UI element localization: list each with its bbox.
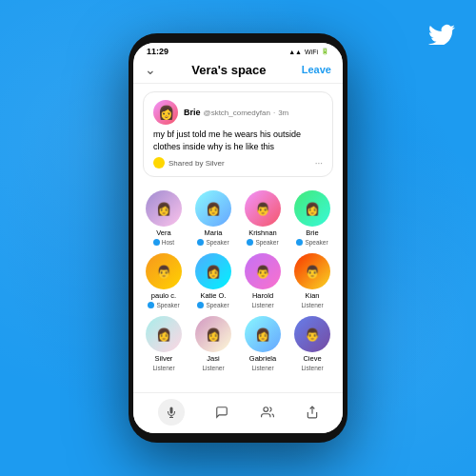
- speaker-badge: [148, 302, 154, 308]
- mute-button[interactable]: [158, 399, 185, 426]
- krishnan-name: Krishnan: [248, 228, 277, 237]
- participant-silver[interactable]: 👩 Silver Listener: [141, 316, 187, 371]
- participant-kian[interactable]: 👨 Kian Listener: [289, 253, 335, 308]
- collapse-chevron-icon[interactable]: ⌄: [145, 62, 156, 77]
- vera-avatar: 👩: [146, 190, 182, 227]
- krishnan-role: Speaker: [247, 239, 278, 246]
- kian-avatar: 👨: [294, 253, 330, 289]
- spaces-content: 👩 Brie @sktch_comedyfan · 3m my bf just …: [133, 84, 343, 392]
- silver-name: Silver: [155, 354, 173, 363]
- shared-by-row: Shared by Silver ···: [153, 157, 323, 169]
- brie-name: Brie: [306, 228, 318, 237]
- maria-avatar: 👩: [195, 190, 231, 227]
- tweet-timestamp: 3m: [278, 109, 288, 117]
- participant-harold[interactable]: 👨 Harold Listener: [240, 253, 286, 308]
- participant-krishnan[interactable]: 👨 Krishnan Speaker: [240, 190, 286, 246]
- speaker-badge: [247, 239, 253, 246]
- shared-tweet-card: 👩 Brie @sktch_comedyfan · 3m my bf just …: [143, 91, 333, 177]
- brie-role: Speaker: [296, 239, 327, 246]
- paulo-avatar: 👨: [146, 253, 182, 289]
- shared-by-icon: [153, 157, 165, 169]
- tweet-time: ·: [273, 109, 275, 117]
- jasi-role: Listener: [202, 365, 224, 371]
- gabriela-avatar: 👩: [245, 316, 281, 352]
- paulo-role: Speaker: [148, 302, 179, 308]
- harold-name: Harold: [252, 291, 273, 300]
- krishnan-avatar: 👨: [245, 190, 281, 227]
- tweet-header: 👩 Brie @sktch_comedyfan · 3m: [153, 100, 323, 125]
- leave-button[interactable]: Leave: [302, 64, 331, 75]
- tweet-author-handle: @sktch_comedyfan: [204, 109, 270, 117]
- katie-name: Katie O.: [200, 291, 226, 300]
- people-button[interactable]: [259, 406, 276, 419]
- phone-mockup: 11:29 ▲▲ WiFi 🔋 ⌄ Vera's space Leave: [129, 33, 347, 443]
- battery-icon: 🔋: [321, 48, 329, 55]
- vera-name: Vera: [156, 228, 170, 237]
- participant-jasi[interactable]: 👩 Jasi Listener: [190, 316, 236, 371]
- host-badge: [153, 239, 160, 246]
- maria-role: Speaker: [197, 239, 228, 246]
- brie-avatar: 👩: [294, 190, 330, 227]
- jasi-avatar: 👩: [195, 316, 231, 352]
- harold-avatar: 👨: [245, 253, 281, 289]
- chat-button[interactable]: [214, 406, 229, 419]
- status-icons: ▲▲ WiFi 🔋: [288, 48, 329, 55]
- svg-point-3: [263, 407, 268, 412]
- participant-gabriela[interactable]: 👩 Gabriela Listener: [240, 316, 286, 371]
- status-time: 11:29: [147, 47, 169, 56]
- participant-katie[interactable]: 👩 Katie O. Speaker: [190, 253, 236, 308]
- cieve-role: Listener: [301, 365, 323, 371]
- vera-role: Host: [153, 239, 174, 246]
- harold-role: Listener: [251, 302, 273, 308]
- twitter-logo-icon: [428, 21, 455, 51]
- participants-section: 👩 Vera Host 👩 Maria: [133, 185, 343, 377]
- wifi-icon: WiFi: [305, 49, 318, 55]
- share-button[interactable]: [306, 405, 319, 420]
- tweet-meta: Brie @sktch_comedyfan · 3m: [184, 108, 288, 117]
- katie-avatar: 👩: [195, 253, 231, 289]
- phone-shell: 11:29 ▲▲ WiFi 🔋 ⌄ Vera's space Leave: [129, 33, 347, 443]
- participant-paulo[interactable]: 👨 paulo c. Speaker: [141, 253, 187, 308]
- tweet-more-icon[interactable]: ···: [315, 158, 323, 169]
- status-bar: 11:29 ▲▲ WiFi 🔋: [133, 43, 343, 58]
- speaker-badge: [296, 239, 303, 246]
- silver-role: Listener: [152, 365, 174, 371]
- phone-screen: 11:29 ▲▲ WiFi 🔋 ⌄ Vera's space Leave: [133, 43, 343, 433]
- kian-name: Kian: [305, 291, 319, 300]
- tweet-text: my bf just told me he wears his outside …: [153, 129, 323, 152]
- katie-role: Speaker: [197, 302, 228, 308]
- bottom-bar: [133, 392, 343, 433]
- signal-icon: ▲▲: [288, 49, 302, 55]
- maria-name: Maria: [205, 228, 223, 237]
- speaker-badge: [197, 302, 204, 308]
- participant-vera[interactable]: 👩 Vera Host: [141, 190, 187, 246]
- tweet-author-name: Brie: [184, 108, 201, 117]
- paulo-name: paulo c.: [151, 291, 176, 300]
- speaker-badge: [197, 239, 204, 246]
- silver-avatar: 👩: [146, 316, 182, 352]
- participant-cieve[interactable]: 👨 Cieve Listener: [289, 316, 335, 371]
- participant-brie[interactable]: 👩 Brie Speaker: [289, 190, 335, 246]
- spaces-header: ⌄ Vera's space Leave: [133, 58, 343, 84]
- gabriela-role: Listener: [251, 365, 273, 371]
- participant-maria[interactable]: 👩 Maria Speaker: [190, 190, 236, 246]
- cieve-avatar: 👨: [294, 316, 330, 352]
- cieve-name: Cieve: [303, 354, 321, 363]
- jasi-name: Jasi: [207, 354, 219, 363]
- shared-by-label: Shared by Silver: [169, 159, 225, 168]
- gabriela-name: Gabriela: [249, 354, 276, 363]
- space-title: Vera's space: [191, 63, 266, 77]
- participants-grid: 👩 Vera Host 👩 Maria: [141, 190, 335, 371]
- kian-role: Listener: [301, 302, 323, 308]
- tweet-author-avatar: 👩: [153, 100, 178, 125]
